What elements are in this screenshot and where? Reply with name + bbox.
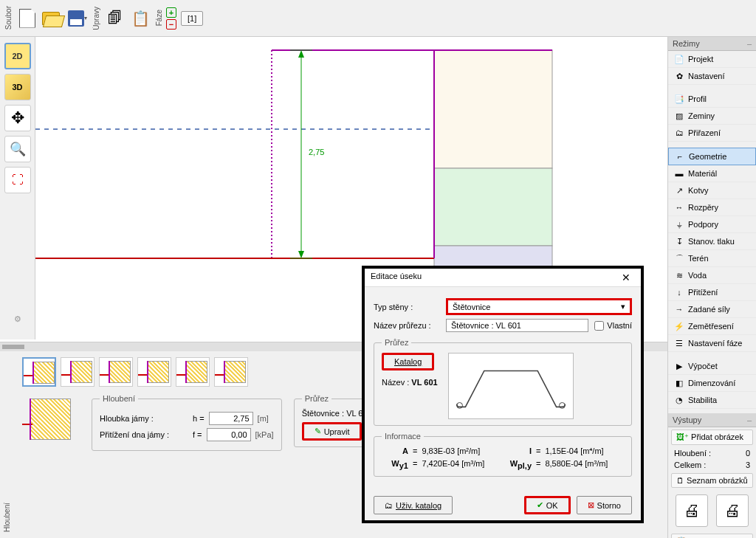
mode-item-kotvy[interactable]: ↗Kotvy [668, 182, 756, 199]
section-name-input[interactable] [446, 319, 588, 332]
svg-rect-2 [434, 246, 552, 268]
mode-item-geometrie[interactable]: ⌐Geometrie [668, 148, 756, 165]
mode-icon: ↗ [674, 185, 684, 196]
group-phase: Fáze [154, 10, 165, 26]
remove-phase-button[interactable]: − [166, 19, 176, 30]
mode-item-materil[interactable]: ▬Materiál [668, 165, 756, 182]
dialog-close-button[interactable]: ✕ [617, 272, 635, 283]
gear-icon: ⚙ [14, 314, 21, 323]
profile-option-2[interactable] [61, 357, 94, 387]
mode-item-stanovtlaku[interactable]: ↧Stanov. tlaku [668, 233, 756, 250]
copy-view-button[interactable]: 📋 Kopírovat pohled [671, 534, 753, 538]
mode-item-projekt[interactable]: 📄Projekt [668, 51, 756, 68]
open-file-button[interactable]: ▾ [41, 5, 64, 32]
outputs-header: Výstupy – [668, 413, 756, 427]
edit-section-button[interactable]: ✎ Upravit [302, 422, 362, 441]
left-toolbar: 2D 3D ✥ 🔍 ⛶ ⚙ [0, 37, 35, 339]
mode-item-zadansly[interactable]: →Zadané síly [668, 301, 756, 318]
mode-icon: ⌒ [674, 253, 684, 263]
mode-icon: ◧ [674, 378, 684, 388]
catalog-button[interactable]: Katalog [382, 353, 434, 370]
mode-icon: ⏚ [674, 219, 684, 230]
mode-item-zemtesen[interactable]: ⚡Zemětřesení [668, 318, 756, 335]
print-button-2[interactable]: 🖨 [716, 494, 749, 527]
svg-marker-10 [298, 251, 304, 258]
mode-item-voda[interactable]: ≋Voda [668, 267, 756, 284]
mode-icon: → [674, 304, 684, 314]
mode-icon: ↔ [674, 202, 684, 213]
svg-rect-0 [434, 50, 552, 168]
svg-marker-9 [298, 50, 304, 58]
ok-button[interactable]: ✔ OK [524, 496, 571, 514]
mode-item-nastaven[interactable]: ✿Nastavení [668, 68, 756, 85]
mode-item-rozpry[interactable]: ↔Rozpěry [668, 199, 756, 216]
profile-option-1[interactable] [22, 357, 56, 387]
load-input[interactable] [207, 428, 251, 441]
paste-icon: 📋 [131, 10, 150, 27]
depth-input[interactable] [209, 412, 253, 425]
mode-item-dimenzovn[interactable]: ◧Dimenzování [668, 375, 756, 392]
phase-tab-1[interactable]: [1] [181, 11, 203, 26]
cancel-button[interactable]: ⊠ Storno [577, 496, 632, 514]
minimize-outputs[interactable]: – [747, 415, 752, 424]
group-edit: Úpravy [91, 7, 102, 30]
new-file-icon [19, 9, 35, 28]
mode-icon: ⚡ [674, 321, 684, 331]
mode-icon: 🗂 [674, 128, 684, 138]
mode-item-profil[interactable]: 📑Profil [668, 91, 756, 108]
mode-icon: 📑 [674, 94, 684, 104]
paste-button[interactable]: 📋 [128, 5, 152, 32]
mode-icon: 📄 [674, 54, 684, 64]
mode-icon: ✿ [674, 71, 684, 81]
mode-item-nastavenfze[interactable]: ☰Nastavení fáze [668, 335, 756, 352]
move-icon: ✥ [11, 108, 24, 128]
user-catalog-button[interactable]: 🗂 Uživ. katalog [374, 496, 453, 514]
new-file-button[interactable] [16, 5, 39, 32]
zoom-icon: 🔍 [10, 141, 26, 157]
copy-icon: 🗐 [108, 10, 123, 27]
mode-item-podpory[interactable]: ⏚Podpory [668, 216, 756, 233]
image-list-button[interactable]: 🗒 Seznam obrázků [671, 473, 753, 488]
settings-button[interactable]: ⚙ [4, 307, 31, 334]
phase-controls: + − [166, 7, 176, 30]
print-button-1[interactable]: 🖨 [676, 494, 708, 527]
bottom-vlabel: Hloubení [3, 503, 11, 532]
copy-button[interactable]: 🗐 [103, 5, 127, 32]
minimize-button[interactable]: – [747, 39, 752, 48]
move-button[interactable]: ✥ [4, 105, 31, 131]
custom-checkbox[interactable] [594, 321, 604, 331]
profile-option-4[interactable] [137, 357, 171, 387]
mode-item-zeminy[interactable]: ▨Zeminy [668, 108, 756, 125]
mode-item-stabilita[interactable]: ◔Stabilita [668, 392, 756, 409]
right-panel: Režimy – 📄Projekt✿Nastavení📑Profil▨Zemin… [667, 37, 756, 538]
mode-item-vpoet[interactable]: ▶Výpočet [668, 358, 756, 375]
mode-icon: ▬ [674, 168, 684, 179]
profile-name: VL 601 [411, 378, 437, 387]
mode-icon: ↧ [674, 236, 684, 246]
dialog-info-fieldset: Informace A=9,83E-03 [m²/m] I=1,15E-04 [… [374, 432, 632, 477]
catalog-icon: 🗂 [385, 501, 393, 510]
view-3d-button[interactable]: 3D [4, 74, 31, 100]
top-toolbar: Soubor ▾ ▾ Úpravy 🗐 📋 Fáze + − [1] [0, 0, 756, 37]
add-image-button[interactable]: 🖼⁺ Přidat obrázek [671, 430, 753, 445]
mode-item-tern[interactable]: ⌒Terén [668, 250, 756, 267]
wall-type-select[interactable]: Štětovnice ▾ [446, 298, 632, 315]
profile-option-5[interactable] [176, 357, 210, 387]
zoom-button[interactable]: 🔍 [4, 136, 31, 162]
add-phase-button[interactable]: + [166, 7, 176, 18]
mode-item-piten[interactable]: ↓Přitížení [668, 284, 756, 301]
fit-button[interactable]: ⛶ [4, 167, 31, 193]
save-file-button[interactable]: ▾ [66, 5, 89, 32]
view-2d-button[interactable]: 2D [4, 43, 31, 69]
profile-option-3[interactable] [99, 357, 133, 387]
dialog-title: Editace úseku [371, 272, 422, 283]
cancel-icon: ⊠ [588, 500, 594, 510]
profile-option-6[interactable] [214, 357, 248, 387]
mode-icon: ◔ [674, 395, 684, 405]
mode-icon: ≋ [674, 270, 684, 280]
mode-item-piazen[interactable]: 🗂Přiřazení [668, 125, 756, 142]
profile-preview [22, 394, 72, 447]
printer-icon: 🖨 [684, 501, 700, 520]
output-row-celkem: Celkem :3 [668, 459, 756, 471]
fit-icon: ⛶ [12, 173, 24, 187]
